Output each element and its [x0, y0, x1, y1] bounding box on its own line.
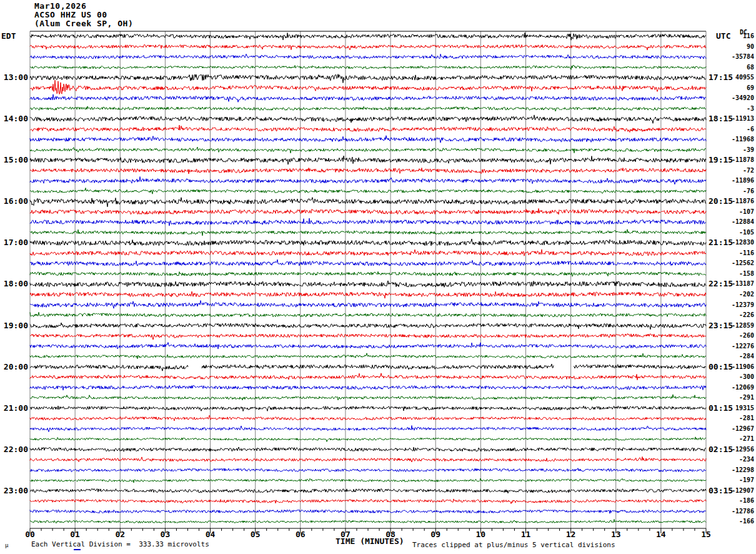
- dc-offset-value: 40955: [717, 74, 754, 81]
- trace-row-2030: [30, 386, 706, 391]
- dc-offset-value: 68: [717, 64, 754, 71]
- trace-row-2200: [30, 447, 706, 451]
- trace-row-1400: [30, 115, 706, 123]
- trace-row-2100: [30, 406, 706, 411]
- x-tick-label: 04: [201, 530, 220, 539]
- trace-row-2015: [30, 373, 706, 380]
- dc-offset-value: -12562: [717, 259, 754, 266]
- x-tick-label: 10: [471, 530, 490, 539]
- dc-offset-value: -12786: [717, 508, 754, 515]
- dc-offset-value: -12379: [717, 301, 754, 308]
- left-axis-label: EDT: [1, 31, 16, 41]
- dc-offset-value: -11876: [717, 198, 754, 204]
- title-station: ACSO HHZ US 00: [34, 11, 107, 19]
- x-tick-label: 09: [426, 530, 445, 539]
- dc-offset-value: -3: [717, 105, 754, 112]
- trace-row-2345: [30, 519, 706, 523]
- dc-offset-value: -13187: [717, 280, 754, 287]
- footer-left-note: Each Vertical Division = 333.33 microvol…: [31, 540, 209, 548]
- edt-hour-label: 17:00: [4, 238, 28, 247]
- dc-offset-value: -158: [717, 270, 754, 277]
- dc-offset-value: 69: [717, 84, 754, 91]
- x-tick-label: 15: [697, 530, 715, 539]
- dc-offset-value: -76: [717, 188, 754, 194]
- x-tick-label: 13: [607, 530, 625, 539]
- trace-row-1945: [30, 353, 706, 359]
- trace-row-1615: [30, 208, 706, 214]
- x-tick-label: 14: [652, 530, 670, 539]
- dc-offset-value: -260: [717, 332, 754, 339]
- title-location: (Alum Creek SP, OH): [34, 19, 133, 28]
- dc-offset-value: -226: [717, 311, 754, 318]
- trace-row-1530: [30, 177, 706, 184]
- trace-row-2315: [30, 499, 706, 504]
- scale-mark: [74, 549, 81, 550]
- dc-offset-value: -11906: [717, 363, 754, 370]
- dc-offset-value: -12967: [717, 425, 754, 432]
- trace-row-1415: [30, 125, 706, 133]
- trace-row-1630: [30, 218, 706, 226]
- dc-offset-value: -12830: [717, 239, 754, 246]
- trace-row-1645: [30, 229, 706, 236]
- trace-row-1230: [30, 54, 706, 59]
- dc-offset-value: -12298: [717, 466, 754, 473]
- dc-offset-value: -11968: [717, 136, 754, 143]
- dc-offset-value: 116: [717, 33, 754, 39]
- edt-hour-label: 15:00: [4, 155, 28, 164]
- dc-offset-value: -300: [717, 373, 754, 380]
- trace-row-1300: [30, 74, 706, 83]
- edt-hour-label: 19:00: [4, 321, 28, 330]
- trace-row-1930: [30, 343, 706, 350]
- dc-offset-value: -11896: [717, 177, 754, 184]
- trace-row-1745: [30, 271, 706, 276]
- x-tick-label: 05: [246, 530, 265, 539]
- dc-offset-value: -271: [717, 435, 754, 442]
- trace-row-2145: [30, 437, 706, 442]
- dc-offset-value: -34920: [717, 94, 754, 101]
- dc-offset-value: -12859: [717, 322, 754, 329]
- trace-row-1345: [30, 106, 706, 111]
- trace-row-1915: [30, 334, 706, 340]
- footer-right-note: Traces clipped at plus/minus 5 vertical …: [412, 541, 615, 549]
- x-tick-label: 06: [291, 530, 310, 539]
- dc-offset-value: -202: [717, 291, 754, 298]
- dc-offset-value: -291: [717, 394, 754, 401]
- edt-hour-label: 21:00: [4, 403, 28, 413]
- dc-offset-value: -12276: [717, 343, 754, 350]
- dc-offset-value: -234: [717, 456, 754, 463]
- dc-offset-value: -186: [717, 497, 754, 504]
- dc-offset-value: -12069: [717, 384, 754, 391]
- dc-offset-value: -116: [717, 249, 754, 256]
- dc-offset-value: -6: [717, 126, 754, 133]
- trace-row-2300: [30, 489, 706, 493]
- trace-row-2245: [30, 478, 706, 483]
- trace-row-1515: [30, 168, 706, 174]
- trace-row-1845: [30, 312, 706, 317]
- x-axis-title: TIME (MINUTES): [336, 536, 404, 546]
- trace-row-1730: [30, 259, 706, 266]
- x-tick-label: 12: [562, 530, 580, 539]
- dc-offset-value: -281: [717, 415, 754, 421]
- trace-row-2130: [30, 426, 706, 432]
- helicorder-screen: Mar10,2026 ACSO HHZ US 00 (Alum Creek SP…: [0, 0, 756, 554]
- edt-hour-label: 23:00: [4, 486, 28, 495]
- trace-row-1700: [30, 239, 706, 246]
- dc-offset-value: -12956: [717, 446, 754, 453]
- x-tick-label: 03: [156, 530, 174, 539]
- trace-row-1330: [30, 94, 706, 102]
- x-tick-label: 11: [516, 530, 535, 539]
- trace-row-1800: [30, 281, 706, 287]
- trace-row-1445: [30, 147, 706, 153]
- trace-row-1815: [30, 291, 706, 298]
- dc-offset-value: -72: [717, 167, 754, 174]
- x-tick-label: 00: [21, 530, 39, 539]
- dc-offset-value: -197: [717, 476, 754, 483]
- trace-row-1215: [30, 45, 706, 51]
- dc-offset-value: -11913: [717, 115, 754, 122]
- dc-offset-value: -11878: [717, 156, 754, 163]
- trace-row-2115: [30, 415, 706, 421]
- edt-hour-label: 20:00: [4, 362, 28, 371]
- microvolt-mu-glyph: μ: [5, 542, 8, 548]
- dc-offset-value: 19315: [717, 405, 754, 411]
- trace-row-1715: [30, 249, 706, 256]
